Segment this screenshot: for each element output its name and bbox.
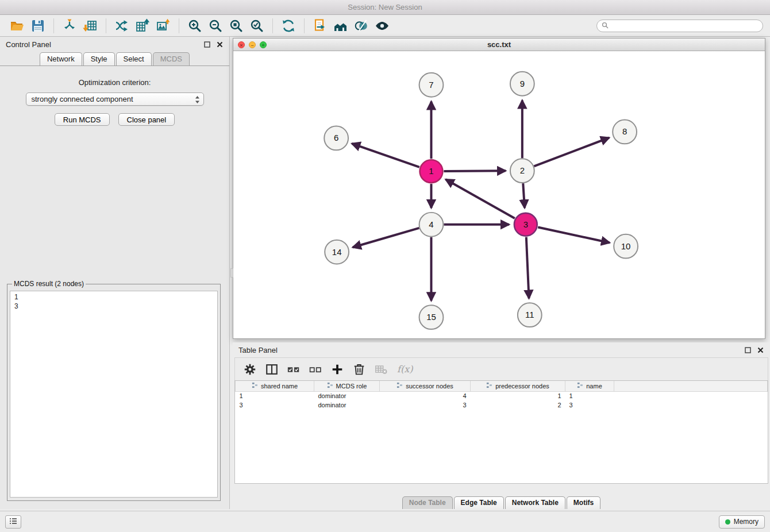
- graph-node-6[interactable]: 6: [324, 126, 348, 150]
- node-label: 4: [429, 219, 433, 229]
- close-window-icon[interactable]: ×: [238, 41, 245, 48]
- import-network-icon[interactable]: [59, 17, 80, 34]
- annotation-icon[interactable]: [310, 17, 330, 34]
- column-header-predecessor-nodes[interactable]: predecessor nodes: [471, 381, 565, 391]
- table-cell[interactable]: 1: [471, 391, 565, 400]
- graph-node-15[interactable]: 15: [419, 305, 444, 329]
- minimize-window-icon[interactable]: –: [249, 41, 256, 48]
- node-label: 2: [520, 165, 525, 175]
- table-cell[interactable]: 4: [380, 391, 471, 400]
- open-file-icon[interactable]: [7, 17, 28, 34]
- table-cell[interactable]: 3: [236, 400, 314, 410]
- table-cell[interactable]: 3: [380, 400, 471, 410]
- table-tab-motifs[interactable]: Motifs: [567, 496, 600, 509]
- search-input[interactable]: [611, 22, 758, 30]
- optimization-criterion-select[interactable]: strongly connected component: [26, 92, 204, 106]
- style-preview-icon[interactable]: [351, 17, 372, 34]
- table-panel-header: Table Panel: [233, 342, 770, 357]
- float-table-panel-icon[interactable]: [744, 346, 752, 354]
- graph-node-10[interactable]: 10: [614, 234, 638, 259]
- show-hide-icon[interactable]: [372, 17, 392, 34]
- column-header-empty: [614, 381, 768, 391]
- float-panel-icon[interactable]: [203, 40, 211, 48]
- export-network-icon[interactable]: [111, 17, 132, 34]
- column-header-mcds-role[interactable]: MCDS role: [314, 381, 380, 391]
- window-titlebar: Session: New Session: [0, 0, 770, 15]
- edge-4-14[interactable]: [353, 228, 419, 248]
- table-row[interactable]: 1dominator411: [236, 391, 768, 400]
- edge-1-6[interactable]: [352, 144, 419, 167]
- show-columns-icon[interactable]: [263, 361, 281, 378]
- settings-gear-icon[interactable]: [241, 361, 259, 378]
- node-table[interactable]: shared nameMCDS rolesuccessor nodesprede…: [234, 380, 768, 484]
- export-image-icon[interactable]: [153, 17, 174, 34]
- close-table-panel-icon[interactable]: [756, 346, 764, 354]
- close-panel-icon[interactable]: [215, 40, 224, 48]
- tab-network[interactable]: Network: [40, 52, 82, 65]
- column-header-successor-nodes[interactable]: successor nodes: [380, 381, 471, 391]
- edge-2-3[interactable]: [523, 183, 525, 208]
- add-row-icon[interactable]: [328, 361, 346, 378]
- table-cell[interactable]: 1: [236, 391, 314, 400]
- import-table-icon[interactable]: [80, 17, 101, 34]
- table-row[interactable]: 3dominator323: [236, 400, 768, 410]
- refresh-layout-icon[interactable]: [278, 17, 299, 34]
- toolbar-separator: [179, 18, 179, 33]
- edge-2-8[interactable]: [534, 138, 609, 167]
- table-toolbar: f(x): [234, 357, 768, 380]
- edge-3-10[interactable]: [538, 227, 610, 242]
- graph-node-8[interactable]: 8: [613, 120, 637, 144]
- task-history-button[interactable]: [5, 515, 21, 529]
- delete-row-icon[interactable]: [350, 361, 368, 378]
- graph-node-14[interactable]: 14: [325, 240, 349, 264]
- zoom-fit-icon[interactable]: [226, 17, 247, 34]
- toolbar-separator: [53, 18, 54, 33]
- zoom-window-icon[interactable]: +: [260, 41, 267, 48]
- table-tab-node-table[interactable]: Node Table: [402, 496, 453, 509]
- tab-select[interactable]: Select: [116, 52, 152, 65]
- tab-style[interactable]: Style: [83, 52, 115, 65]
- run-mcds-button[interactable]: Run MCDS: [55, 113, 110, 126]
- memory-button[interactable]: Memory: [719, 515, 765, 529]
- edge-1-2[interactable]: [444, 171, 506, 171]
- table-cell[interactable]: dominator: [314, 391, 380, 400]
- home-layout-icon[interactable]: [330, 17, 351, 34]
- function-builder-button[interactable]: f(x): [397, 364, 413, 375]
- graph-node-3[interactable]: 3: [514, 213, 537, 236]
- graph-node-7[interactable]: 7: [419, 73, 444, 97]
- graph-node-11[interactable]: 11: [518, 303, 542, 327]
- panel-splitter-handle[interactable]: [230, 268, 233, 277]
- list-icon: [9, 518, 17, 526]
- memory-status-icon: [725, 519, 730, 525]
- edge-3-11[interactable]: [526, 237, 529, 299]
- table-options-disabled-icon[interactable]: [372, 361, 390, 378]
- table-cell[interactable]: 2: [471, 400, 565, 410]
- graph-svg: 7968124314101511: [233, 52, 765, 338]
- graph-node-2[interactable]: 2: [510, 159, 534, 183]
- export-table-icon[interactable]: [132, 17, 153, 34]
- graph-node-4[interactable]: 4: [419, 213, 444, 237]
- network-canvas[interactable]: 7968124314101511: [233, 52, 765, 338]
- edge-3-1[interactable]: [446, 179, 515, 218]
- column-header-shared-name[interactable]: shared name: [236, 381, 314, 391]
- mcds-result-list[interactable]: 13: [10, 291, 218, 498]
- table-cell[interactable]: 3: [565, 400, 614, 410]
- graph-node-1[interactable]: 1: [420, 160, 443, 183]
- zoom-selected-icon[interactable]: [247, 17, 267, 34]
- table-tab-edge-table[interactable]: Edge Table: [454, 496, 504, 509]
- toolbar-icons-container: [7, 17, 392, 34]
- table-cell[interactable]: dominator: [314, 400, 380, 410]
- unselect-all-icon[interactable]: [306, 361, 325, 378]
- select-all-icon[interactable]: [284, 361, 303, 378]
- table-cell[interactable]: 1: [565, 391, 614, 400]
- zoom-in-icon[interactable]: [184, 17, 205, 34]
- table-tab-network-table[interactable]: Network Table: [505, 496, 565, 509]
- zoom-out-icon[interactable]: [205, 17, 226, 34]
- tab-mcds[interactable]: MCDS: [153, 52, 190, 65]
- search-box[interactable]: [596, 20, 763, 32]
- optimization-criterion-label: Optimization criterion:: [0, 78, 229, 87]
- graph-node-9[interactable]: 9: [510, 72, 534, 96]
- column-header-name[interactable]: name: [565, 381, 614, 391]
- save-session-icon[interactable]: [28, 17, 48, 34]
- close-panel-button[interactable]: Close panel: [118, 113, 175, 126]
